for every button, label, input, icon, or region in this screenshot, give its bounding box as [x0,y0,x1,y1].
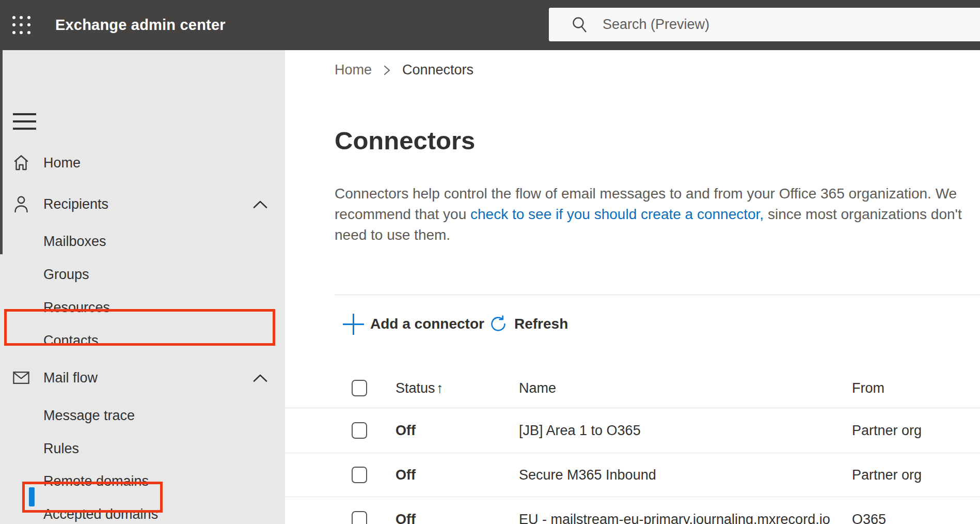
sidebar-item-label: Accepted domains [43,506,158,522]
select-all-checkbox[interactable] [352,380,367,396]
sidebar-item-message-trace[interactable]: Message trace [0,402,285,429]
create-connector-check-link[interactable]: check to see if you should create a conn… [470,206,764,222]
column-header-status[interactable]: Status [396,380,435,396]
sidebar-item-label: Home [43,155,81,171]
refresh-button[interactable]: Refresh [489,307,568,341]
sidebar-item-label: Mailboxes [43,234,106,250]
sidebar-item-label: Message trace [43,408,135,424]
breadcrumb: Home Connectors [335,60,473,79]
sidebar-item-label: Resources [43,300,110,316]
cell-status: Off [396,467,416,483]
sidebar-item-remote-domains[interactable]: Remote domains [0,468,285,495]
page-description: Connectors help control the flow of emai… [335,183,962,245]
row-checkbox[interactable] [352,422,367,439]
toolbar-divider [335,295,980,295]
home-icon [13,154,29,172]
sidebar-item-mailboxes[interactable]: Mailboxes [0,228,285,255]
envelope-icon [13,369,29,387]
left-edge-strip [0,50,3,254]
add-connector-button[interactable]: Add a connector [343,307,484,341]
top-app-bar: Exchange admin center Search (Preview) [0,0,980,50]
cell-from: Partner org [852,467,922,483]
breadcrumb-home-link[interactable]: Home [335,62,372,78]
main-content: Home Connectors Connectors Connectors he… [285,50,980,524]
sidebar-item-mail-flow[interactable]: Mail flow [0,364,285,391]
search-icon [571,16,589,34]
search-box[interactable]: Search (Preview) [549,8,980,41]
sidebar-item-accepted-domains[interactable]: Accepted domains [0,501,285,524]
sidebar-item-recipients[interactable]: Recipients [0,191,285,218]
table-header-row: Status ↑ Name From [285,368,980,408]
sidebar-item-groups[interactable]: Groups [0,261,285,288]
search-placeholder: Search (Preview) [603,17,709,33]
sidebar-item-rules[interactable]: Rules [0,435,285,462]
sidebar-item-home[interactable]: Home [0,149,285,176]
cell-status: Off [396,512,416,524]
table-row[interactable]: Off [JB] Area 1 to O365 Partner org [285,408,980,453]
column-header-name[interactable]: Name [519,380,556,396]
row-checkbox[interactable] [352,467,367,483]
app-title: Exchange admin center [55,0,226,50]
hamburger-menu-icon[interactable] [13,113,36,130]
table-row[interactable]: Off Secure M365 Inbound Partner org [285,453,980,497]
cell-name: Secure M365 Inbound [519,467,656,483]
sidebar-item-label: Recipients [43,196,108,212]
cell-name: [JB] Area 1 to O365 [519,423,641,439]
selected-item-indicator [29,487,35,506]
cell-status: Off [396,423,416,439]
person-icon [13,195,29,213]
sidebar-item-label: Mail flow [43,370,98,386]
plus-icon [343,314,364,335]
chevron-right-icon [383,64,391,76]
page-title: Connectors [335,126,475,155]
sidebar-item-resources[interactable]: Resources [0,294,285,321]
sort-ascending-icon[interactable]: ↑ [436,380,444,396]
table-row[interactable]: Off EU - mailstream-eu-primary.journalin… [285,497,980,524]
cell-name: EU - mailstream-eu-primary.journaling.mx… [519,512,830,524]
column-header-from[interactable]: From [852,380,884,396]
sidebar-item-contacts[interactable]: Contacts [0,327,285,354]
breadcrumb-current: Connectors [402,62,473,78]
sidebar-item-label: Rules [43,441,79,457]
toolbar: Add a connector Refresh [285,307,980,341]
row-checkbox[interactable] [352,511,367,524]
cell-from: O365 [852,512,886,524]
sidebar-item-label: Remote domains [43,473,149,489]
app-launcher-icon[interactable] [12,16,31,35]
sidebar-item-label: Contacts [43,333,99,349]
cell-from: Partner org [852,423,922,439]
refresh-icon [489,315,508,333]
sidebar: Home Recipients Mailboxes Groups Resourc… [0,50,285,524]
chevron-up-icon[interactable] [253,374,267,382]
refresh-label: Refresh [514,316,568,332]
sidebar-item-label: Groups [43,267,89,283]
chevron-up-icon[interactable] [253,200,267,209]
add-connector-label: Add a connector [370,316,484,332]
